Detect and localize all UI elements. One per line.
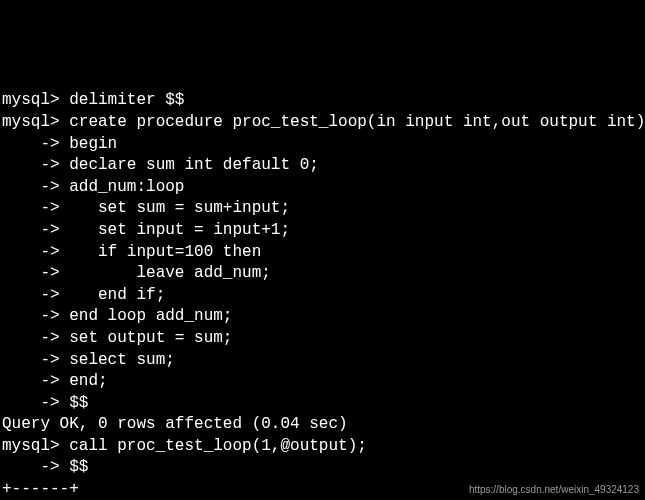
terminal-line: mysql> delimiter $$	[2, 90, 643, 112]
terminal-line: -> $$	[2, 393, 643, 415]
terminal-line: -> end loop add_num;	[2, 306, 643, 328]
terminal-line: -> add_num:loop	[2, 177, 643, 199]
terminal-line: -> set output = sum;	[2, 328, 643, 350]
terminal-line: -> set sum = sum+input;	[2, 198, 643, 220]
terminal-line: -> if input=100 then	[2, 242, 643, 264]
terminal-line: -> set input = input+1;	[2, 220, 643, 242]
terminal-line: -> leave add_num;	[2, 263, 643, 285]
terminal-line: -> end if;	[2, 285, 643, 307]
terminal-line: mysql> call proc_test_loop(1,@output);	[2, 436, 643, 458]
terminal-line: -> declare sum int default 0;	[2, 155, 643, 177]
terminal-line: -> select sum;	[2, 350, 643, 372]
source-watermark: https://blog.csdn.net/weixin_49324123	[469, 483, 639, 497]
terminal-line: Query OK, 0 rows affected (0.04 sec)	[2, 414, 643, 436]
terminal-output: mysql> delimiter $$mysql> create procedu…	[2, 90, 643, 500]
terminal-line: -> end;	[2, 371, 643, 393]
terminal-line: -> begin	[2, 134, 643, 156]
terminal-line: -> $$	[2, 457, 643, 479]
terminal-line: mysql> create procedure proc_test_loop(i…	[2, 112, 643, 134]
